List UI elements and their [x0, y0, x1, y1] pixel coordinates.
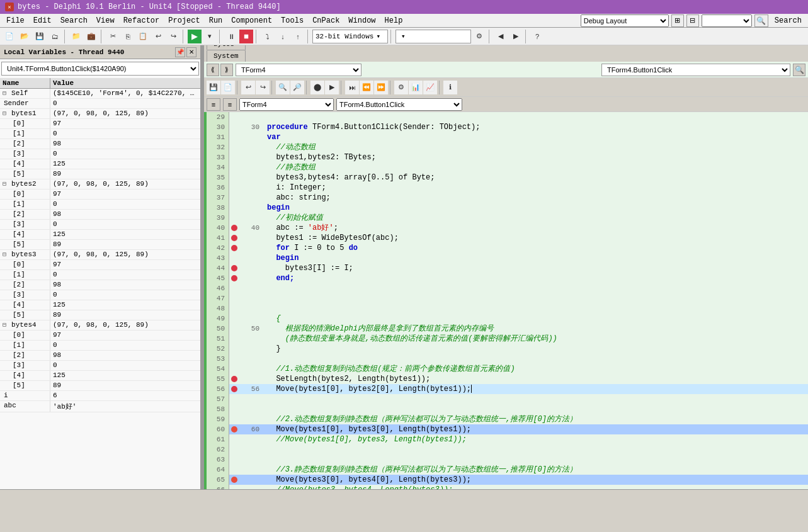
breakpoint-col[interactable]	[229, 354, 239, 364]
breakpoint-col[interactable]	[229, 404, 239, 414]
copy-btn[interactable]: ⎘	[121, 30, 135, 43]
code-line[interactable]: 54 //1.动态数组复制到动态数组(规定：前两个参数传递数组首元素的值)	[204, 364, 808, 374]
code-line[interactable]: 31var	[204, 132, 808, 142]
redo-btn[interactable]: ↪	[166, 30, 180, 43]
lv-row[interactable]: [0]97	[0, 119, 200, 129]
breakpoint-col[interactable]	[229, 394, 239, 404]
breakpoint-col[interactable]	[229, 344, 239, 354]
code-line[interactable]: 59 //2.动态数组复制到静态数组（两种写法都可以为了与动态数组统一,推荐用[…	[204, 414, 808, 424]
breakpoint-col[interactable]	[229, 253, 239, 263]
code-line[interactable]: 34 //静态数组	[204, 162, 808, 173]
search-label[interactable]: Search	[771, 15, 805, 26]
code-line[interactable]: 5050 根据我的猜测delphi内部最终是拿到了数组首元素的内存编号	[204, 324, 808, 334]
ct-bp[interactable]: ⬤	[310, 81, 324, 94]
lv-row[interactable]: [1]0	[0, 200, 200, 210]
lv-row[interactable]: [2]98	[0, 139, 200, 149]
lv-row[interactable]: [3]0	[0, 361, 200, 371]
code-line[interactable]: 41 bytes1 := WideBytesOf(abc);	[204, 233, 808, 243]
ct-find2[interactable]: 🔎	[290, 81, 304, 94]
lv-row[interactable]: [5]89	[0, 310, 200, 320]
lv-row[interactable]: [2]98	[0, 210, 200, 220]
lv-row[interactable]: [3]0	[0, 290, 200, 300]
breakpoint-col[interactable]	[229, 455, 239, 465]
breakpoint-col[interactable]	[229, 162, 239, 173]
breakpoint-col[interactable]	[229, 444, 239, 455]
breakpoint-col[interactable]	[229, 293, 239, 303]
save-proj-btn[interactable]: 💼	[84, 30, 98, 43]
lv-row[interactable]: abc'ab好'	[0, 401, 200, 412]
save-btn[interactable]: 💾	[33, 30, 47, 43]
lv-row[interactable]: ⊟ Self($145CE10, 'Form4', 0, $14C2270, n…	[0, 89, 200, 99]
ct-dbg1[interactable]: ⏭	[345, 81, 359, 94]
code-editor[interactable]: 293030procedure TForm4.Button1Click(Send…	[204, 112, 808, 489]
code-line[interactable]: 63	[204, 455, 808, 465]
breakpoint-col[interactable]	[229, 424, 239, 434]
code-line[interactable]: 36 i: Integer;	[204, 183, 808, 193]
code-line[interactable]: 29	[204, 112, 808, 122]
menu-cnpack[interactable]: CnPack	[309, 15, 343, 26]
lv-row[interactable]: [3]0	[0, 149, 200, 159]
breakpoint-col[interactable]	[229, 142, 239, 152]
lv-row[interactable]: ⊟ bytes1(97, 0, 98, 0, 125, 89)	[0, 109, 200, 119]
breakpoint-col[interactable]	[229, 374, 239, 384]
mb-align-right[interactable]: ≡	[223, 98, 237, 111]
lv-row[interactable]: [3]0	[0, 220, 200, 230]
breakpoint-col[interactable]	[229, 193, 239, 203]
step-into[interactable]: ↓	[276, 30, 290, 43]
lv-row[interactable]: ⊟ bytes2(97, 0, 98, 0, 125, 89)	[0, 179, 200, 190]
code-nav-btn1[interactable]: ⟪	[207, 64, 219, 76]
code-search-btn[interactable]: 🔍	[793, 64, 805, 76]
lv-function-dropdown[interactable]: Unit4.TForm4.Button1Click($1420A90)	[1, 62, 199, 76]
code-line[interactable]: 65 Move(bytes3[0], bytes4[0], Length(byt…	[204, 475, 808, 485]
run-btn[interactable]: ▶	[188, 30, 202, 43]
breakpoint-col[interactable]	[229, 303, 239, 314]
layout-icon1[interactable]: ⊞	[671, 14, 684, 27]
code-line[interactable]: 55 SetLength(bytes2, Length(bytes1));	[204, 374, 808, 384]
code-line[interactable]: 35 bytes3,bytes4: array[0..5] of Byte;	[204, 173, 808, 183]
breakpoint-col[interactable]	[229, 283, 239, 293]
code-line[interactable]: 64 //3.静态数组复制到静态数组（两种写法都可以为了与动态数组统一,推荐用[…	[204, 465, 808, 475]
ct-more3[interactable]: 📈	[423, 81, 437, 94]
config-dropdown[interactable]: ▾	[395, 30, 471, 43]
pause-btn[interactable]: ⏸	[224, 30, 238, 43]
menu-project[interactable]: Project	[164, 15, 203, 26]
breakpoint-col[interactable]	[229, 414, 239, 424]
breakpoint-col[interactable]	[229, 434, 239, 444]
bitness-dropdown[interactable]: 32-bit Windows ▾	[312, 30, 388, 43]
collapse-icon[interactable]: ⊟	[3, 90, 10, 97]
ct-info[interactable]: ℹ	[443, 81, 457, 94]
code-line[interactable]: 62	[204, 444, 808, 455]
code-line[interactable]: 51 (静态数组变量本身就是,动态数组的话传递首元素的值(要解密得解开汇编代码)…	[204, 334, 808, 344]
code-method-dropdown[interactable]: TForm4.Button1Click	[601, 64, 790, 76]
breakpoint-col[interactable]	[229, 132, 239, 142]
lv-row[interactable]: ⊟ bytes4(97, 0, 98, 0, 125, 89)	[0, 320, 200, 331]
code-line[interactable]: 58	[204, 404, 808, 414]
breakpoint-col[interactable]	[229, 334, 239, 344]
code-line[interactable]: 39 //初始化赋值	[204, 213, 808, 223]
mb-align-left[interactable]: ≡	[207, 98, 220, 111]
code-line[interactable]: 46	[204, 283, 808, 293]
menu-window[interactable]: Window	[344, 15, 379, 26]
back-btn[interactable]: ◀	[494, 30, 508, 43]
code-line[interactable]: 5656 Move(bytes1[0], bytes2[0], Length(b…	[204, 384, 808, 394]
ct-run2cursor[interactable]: ▶	[325, 81, 339, 94]
breakpoint-col[interactable]	[229, 465, 239, 475]
stop-btn[interactable]: ■	[239, 30, 253, 43]
code-line[interactable]: 38begin	[204, 203, 808, 213]
collapse-icon[interactable]: ⊟	[3, 181, 10, 188]
breakpoint-col[interactable]	[229, 173, 239, 183]
lv-row[interactable]: [0]97	[0, 190, 200, 200]
paste-btn[interactable]: 📋	[136, 30, 150, 43]
lv-row[interactable]: i6	[0, 391, 200, 401]
code-line[interactable]: 52 }	[204, 344, 808, 354]
code-line[interactable]: 43 begin	[204, 253, 808, 263]
new-btn[interactable]: 📄	[3, 30, 16, 43]
ct-more2[interactable]: 📊	[409, 81, 423, 94]
run-dropdown[interactable]: ▾	[203, 30, 217, 43]
lv-row[interactable]: ⊟ bytes3(97, 0, 98, 0, 125, 89)	[0, 250, 200, 260]
breakpoint-col[interactable]	[229, 263, 239, 273]
collapse-icon[interactable]: ⊟	[3, 322, 10, 329]
cut-btn[interactable]: ✂	[106, 30, 120, 43]
lv-close-btn[interactable]: ✕	[186, 47, 196, 57]
code-line[interactable]: 47	[204, 293, 808, 303]
